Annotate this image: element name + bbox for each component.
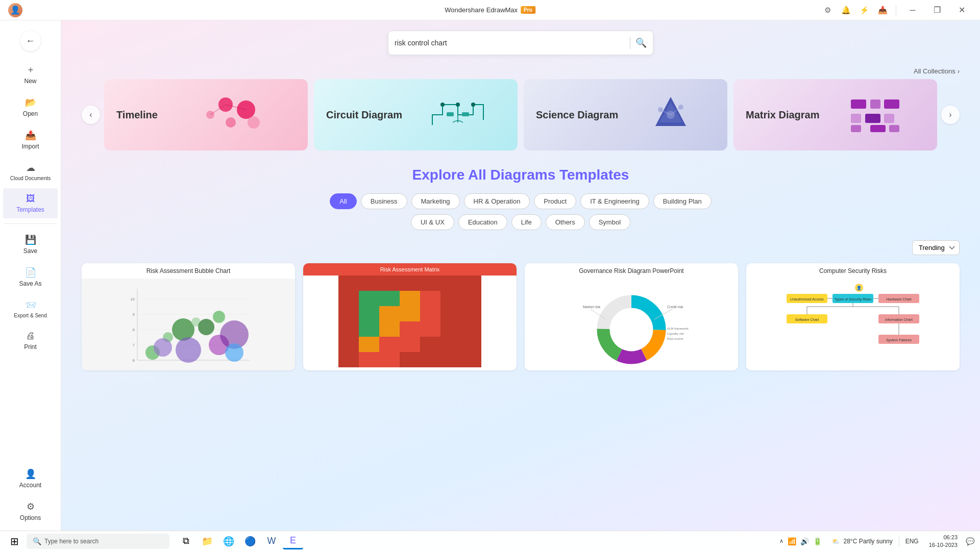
close-button[interactable]: ✕ [951, 2, 972, 18]
lightning-icon[interactable]: ⚡ [857, 3, 871, 17]
filter-ui[interactable]: UI & UX [411, 214, 454, 230]
templates-label: Templates [16, 206, 44, 213]
svg-rect-20 [851, 99, 866, 109]
svg-rect-54 [400, 291, 420, 306]
filter-symbol[interactable]: Symbol [589, 214, 630, 230]
svg-point-44 [198, 319, 214, 335]
user-avatar[interactable]: 👤 [8, 3, 22, 17]
svg-text:10: 10 [130, 297, 135, 302]
cloud-icon: ☁ [26, 162, 35, 173]
filter-building[interactable]: Building Plan [653, 193, 712, 209]
sidebar-item-cloud[interactable]: ☁ Cloud Documents [3, 157, 58, 186]
search-button[interactable]: 🔍 [635, 37, 647, 48]
sidebar-item-save[interactable]: 💾 Save [3, 229, 58, 260]
settings-icon[interactable]: ⚙ [820, 3, 835, 17]
windows-start-button[interactable]: ⊞ [4, 533, 24, 549]
explore-title-colored: All Diagrams Templates [468, 167, 629, 183]
carousel-card-science[interactable]: Science Diagram [524, 79, 727, 151]
restore-button[interactable]: ❐ [927, 2, 947, 18]
explore-title: Explore All Diagrams Templates [82, 167, 960, 183]
filter-business[interactable]: Business [361, 193, 407, 209]
taskbar-datetime[interactable]: 06:23 16-10-2023 [925, 534, 962, 548]
taskbar-app-edge[interactable]: 🌐 [218, 533, 239, 549]
svg-point-87 [616, 314, 647, 345]
carousel-prev-button[interactable]: ‹ [82, 106, 100, 124]
governance-image: Market risk Credit risk ALM framework Li… [525, 279, 738, 370]
export-icon: 📨 [25, 299, 36, 311]
filter-education[interactable]: Education [458, 214, 507, 230]
import-label: Import [21, 143, 39, 150]
filter-hr[interactable]: HR & Operation [464, 193, 530, 209]
svg-rect-55 [420, 291, 440, 306]
svg-rect-80 [440, 352, 461, 367]
filter-product[interactable]: Product [534, 193, 576, 209]
sidebar-item-options[interactable]: ⚙ Options [3, 496, 58, 527]
timeline-illustration [200, 94, 261, 135]
taskbar-app-edraw[interactable]: E [283, 533, 303, 549]
taskbar-app-view[interactable]: ⧉ [176, 533, 196, 549]
carousel-card-matrix[interactable]: Matrix Diagram [733, 79, 937, 151]
taskbar-app-files[interactable]: 📁 [197, 533, 217, 549]
templates-icon: 🖼 [26, 193, 35, 204]
search-container: 🔍 [82, 31, 960, 55]
svg-text:9: 9 [133, 312, 135, 317]
matrix-illustration [846, 94, 907, 135]
chevron-right-icon: › [958, 67, 960, 75]
sidebar-item-export[interactable]: 📨 Export & Send [3, 294, 58, 323]
sidebar-item-import[interactable]: 📤 Import [3, 124, 58, 155]
taskbar-sys-icons: ∧ 📶 🔊 🔋 [775, 537, 826, 545]
template-card-security[interactable]: Computer Security Risks Unauthorized Acc… [746, 263, 960, 370]
matrix-card-image [828, 94, 925, 135]
taskbar-chevron-icon[interactable]: ∧ [779, 538, 783, 544]
taskbar-app-word[interactable]: W [261, 533, 282, 549]
filter-marketing[interactable]: Marketing [411, 193, 460, 209]
taskbar-app-chrome[interactable]: 🔵 [240, 533, 260, 549]
security-title: Computer Security Risks [746, 263, 960, 279]
filter-life[interactable]: Life [511, 214, 542, 230]
svg-text:👤: 👤 [856, 285, 862, 290]
filter-it[interactable]: IT & Engineering [580, 193, 649, 209]
back-button[interactable]: ← [20, 31, 41, 51]
carousel-card-timeline[interactable]: Timeline [104, 79, 308, 151]
svg-rect-81 [461, 352, 481, 367]
template-card-governance[interactable]: Governance Risk Diagram PowerPoint [525, 263, 738, 370]
svg-rect-28 [889, 125, 899, 132]
taskbar-volume-icon[interactable]: 🔊 [800, 537, 809, 545]
sidebar-item-save-as[interactable]: 📄 Save As [3, 262, 58, 292]
all-collections-link[interactable]: All Collections › [82, 67, 960, 75]
search-input[interactable] [395, 39, 625, 47]
sidebar-item-print[interactable]: 🖨 Print [3, 325, 58, 356]
template-card-bubble[interactable]: Risk Assessment Bubble Chart [82, 263, 295, 370]
template-card-matrix-risk[interactable]: Risk Assessment Matrix [303, 263, 517, 370]
security-image: Unauthorized Access Types of Security Ri… [746, 279, 960, 370]
sort-select[interactable]: Trending Newest Popular [912, 240, 960, 255]
svg-rect-22 [884, 99, 899, 109]
sidebar-item-open[interactable]: 📂 Open [3, 92, 58, 122]
sidebar-item-templates[interactable]: 🖼 Templates [3, 188, 58, 218]
minimize-button[interactable]: ─ [902, 2, 923, 18]
carousel-next-button[interactable]: › [941, 106, 960, 124]
svg-text:Hardware Chart: Hardware Chart [886, 297, 911, 301]
taskbar-notification-button[interactable]: 💬 [964, 535, 976, 547]
svg-rect-10 [447, 112, 454, 116]
filter-all[interactable]: All [330, 193, 356, 209]
sidebar-item-account[interactable]: 👤 Account [3, 463, 58, 494]
svg-rect-64 [359, 321, 379, 337]
sidebar-item-new[interactable]: ＋ New [3, 58, 58, 90]
all-collections-text: All Collections [914, 67, 955, 75]
carousel-card-circuit[interactable]: Circuit Diagram [314, 79, 518, 151]
save-icon: 💾 [25, 234, 36, 245]
svg-rect-52 [359, 291, 379, 306]
bell-icon[interactable]: 🔔 [839, 3, 853, 17]
svg-text:Software Chart: Software Chart [795, 318, 819, 321]
taskbar-search-text: Type here to search [44, 538, 99, 545]
filter-others[interactable]: Others [546, 214, 585, 230]
svg-text:Unauthorized Access: Unauthorized Access [790, 297, 824, 301]
taskbar-network-icon[interactable]: 📶 [788, 537, 796, 545]
circuit-card-image [410, 94, 505, 135]
taskbar-battery-icon[interactable]: 🔋 [813, 537, 822, 545]
download-icon[interactable]: 📥 [875, 3, 890, 17]
svg-point-42 [172, 318, 194, 341]
taskbar-search[interactable]: 🔍 Type here to search [27, 534, 169, 549]
svg-rect-61 [420, 306, 440, 321]
